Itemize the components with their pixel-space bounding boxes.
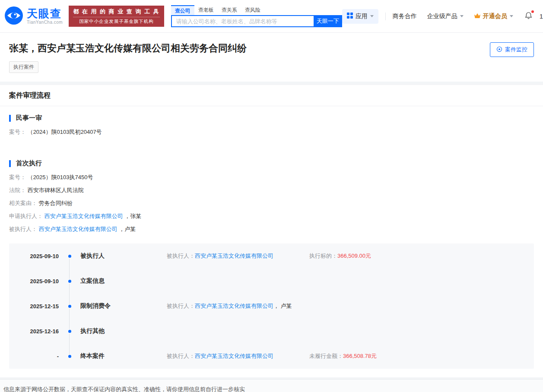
stage-accent-bar <box>9 160 11 167</box>
slogan-line-1: 都 在 用 的 商 业 查 询 工 具 <box>73 8 160 16</box>
nav-open-vip[interactable]: 开通会员 <box>474 13 513 20</box>
search-tab-relation[interactable]: 查关系 <box>218 5 241 15</box>
applicant-row: 申请执行人： 西安卢某玉浩文化传媒有限公司 ，张某 <box>9 210 534 223</box>
timeline-party: 被执行人：西安卢某玉浩文化传媒有限公司， 卢某 <box>167 302 309 310</box>
nav-enterprise-label: 企业级产品 <box>427 13 457 20</box>
case-type-tag: 执行案件 <box>9 61 38 73</box>
party-label: 被执行人： <box>167 253 195 259</box>
timeline-dot <box>68 305 71 308</box>
apps-grid-icon <box>347 13 356 20</box>
timeline-type: 执行其他 <box>80 327 167 335</box>
timeline-amount: 未履行金额：366,508.78元 <box>309 352 534 360</box>
company-link[interactable]: 西安卢某玉浩文化传媒有限公司 <box>195 353 273 359</box>
case-number-value: （2024）陕0103民初20407号 <box>28 129 102 135</box>
timeline-node <box>59 294 80 319</box>
nav-vip-label: 开通会员 <box>483 13 507 20</box>
search-tabs: 查公司 查老板 查关系 查风险 <box>171 5 342 15</box>
stage1-fields: 案号： （2024）陕0103民初20407号 <box>9 126 534 139</box>
tianyancha-logo-icon <box>4 6 23 27</box>
notification-bell[interactable] <box>524 11 533 21</box>
search-input[interactable] <box>171 15 314 27</box>
executee-row: 被执行人： 西安卢某玉浩文化传媒有限公司 ，卢某 <box>9 223 534 236</box>
cause-value: 劳务合同纠纷 <box>39 200 73 206</box>
timeline-date: 2025-09-10 <box>9 278 59 285</box>
stage-civil-first-trial: 民事一审 <box>9 114 534 122</box>
executee-suffix: ，卢某 <box>119 226 136 232</box>
timeline-type: 被执行人 <box>80 252 167 260</box>
nav-enterprise-product[interactable]: 企业级产品 <box>427 13 464 20</box>
chevron-down-icon <box>460 15 464 17</box>
timeline-date: 2025-12-15 <box>9 303 59 310</box>
case-monitor-button[interactable]: 案件监控 <box>490 42 534 57</box>
notification-dot <box>531 10 534 13</box>
timeline-node <box>59 319 80 344</box>
timeline-node <box>59 243 80 269</box>
field-label: 案号： <box>9 174 26 180</box>
brand-domain: TianYanCha.com <box>27 20 63 25</box>
case-process-card: 案件审理流程 民事一审 案号： （2024）陕0103民初20407号 首次执行… <box>0 85 543 377</box>
company-link[interactable]: 西安卢某玉浩文化传媒有限公司 <box>39 226 117 232</box>
field-label: 案号： <box>9 129 26 135</box>
timeline-party: 被执行人：西安卢某玉浩文化传媒有限公司 <box>167 252 309 260</box>
chevron-down-icon <box>370 15 374 17</box>
stage-name: 首次执行 <box>16 159 42 168</box>
nav-business-cooperation[interactable]: 商务合作 <box>393 13 417 20</box>
stage-name: 民事一审 <box>16 114 42 122</box>
cause-row: 相关案由： 劳务合同纠纷 <box>9 197 534 210</box>
party-label: 被执行人： <box>167 303 195 309</box>
phone-number: 186... <box>540 13 543 20</box>
timeline-dot <box>68 330 71 333</box>
search-button[interactable]: 天眼一下 <box>314 15 342 27</box>
logo-text: 天眼查 TianYanCha.com <box>27 8 63 25</box>
applicant-suffix: ，张某 <box>124 213 141 219</box>
stage2-fields: 案号： （2025）陕0103执7450号 法院： 西安市碑林区人民法院 相关案… <box>9 171 534 236</box>
top-nav: 应用 商务合作 企业级产品 开通会员 <box>342 9 543 24</box>
field-label: 法院： <box>9 187 26 193</box>
field-label: 相关案由： <box>9 200 37 206</box>
timeline-amount: 执行标的：366,509.00元 <box>309 252 534 260</box>
crown-icon <box>474 13 483 20</box>
amount-label: 未履行金额： <box>309 353 343 359</box>
disclaimer-footer: 信息来源于网络公开数据，天眼查不保证内容的真实性、准确性，请你使用信息前自行进一… <box>0 379 543 392</box>
brand-slogan-badge: 都 在 用 的 商 业 查 询 工 具 国家中小企业发展子基金旗下机构 <box>69 6 164 27</box>
amount-label: 执行标的： <box>309 253 337 259</box>
timeline-date: - <box>9 353 59 360</box>
search-area: 查公司 查老板 查关系 查风险 天眼一下 <box>171 5 342 27</box>
nav-divider <box>385 13 386 20</box>
party-label: 被执行人： <box>167 353 195 359</box>
search-tab-company[interactable]: 查公司 <box>171 5 194 16</box>
search-tab-boss[interactable]: 查老板 <box>194 5 218 15</box>
timeline-date: 2025-09-10 <box>9 253 59 259</box>
timeline-row: 2025-12-16 执行其他 <box>9 319 534 344</box>
disclaimer-text: 信息来源于网络公开数据，天眼查不保证内容的真实性、准确性，请你使用信息前自行进一… <box>3 386 245 392</box>
company-link[interactable]: 西安卢某玉浩文化传媒有限公司 <box>195 253 273 259</box>
timeline-dot <box>68 280 71 283</box>
bell-icon <box>524 11 533 21</box>
timeline-node <box>59 344 80 369</box>
timeline-type: 终本案件 <box>80 352 167 360</box>
timeline-party: 被执行人：西安卢某玉浩文化传媒有限公司 <box>167 352 309 360</box>
slogan-line-2: 国家中小企业发展子基金旗下机构 <box>73 17 160 25</box>
timeline-row: - 终本案件 被执行人：西安卢某玉浩文化传媒有限公司 未履行金额：366,508… <box>9 344 534 369</box>
monitor-eye-icon <box>496 46 502 54</box>
top-header: 天眼查 TianYanCha.com 都 在 用 的 商 业 查 询 工 具 国… <box>0 0 543 33</box>
account-phone[interactable]: 186... <box>540 13 543 20</box>
section-gap <box>0 82 543 85</box>
case-header-section: 张某，西安卢某玉浩文化传媒有限公司相关劳务合同纠纷 执行案件 案件监控 <box>0 33 543 82</box>
court-row: 法院： 西安市碑林区人民法院 <box>9 184 534 197</box>
page-title: 张某，西安卢某玉浩文化传媒有限公司相关劳务合同纠纷 <box>9 42 534 55</box>
field-label: 申请执行人： <box>9 213 43 219</box>
search-tab-risk[interactable]: 查风险 <box>241 5 264 15</box>
company-link[interactable]: 西安卢某玉浩文化传媒有限公司 <box>195 303 273 309</box>
case-number-row: 案号： （2024）陕0103民初20407号 <box>9 126 534 139</box>
timeline-row: 2025-09-10 被执行人 被执行人：西安卢某玉浩文化传媒有限公司 执行标的… <box>9 243 534 269</box>
timeline-dot <box>68 255 71 258</box>
tianyancha-logo[interactable]: 天眼查 TianYanCha.com <box>4 6 63 27</box>
amount-value: 366,509.00元 <box>337 253 371 259</box>
execution-timeline: 2025-09-10 被执行人 被执行人：西安卢某玉浩文化传媒有限公司 执行标的… <box>9 243 534 369</box>
timeline-dot <box>68 355 71 358</box>
brand-name: 天眼查 <box>27 8 63 19</box>
section-title: 案件审理流程 <box>0 85 543 106</box>
company-link[interactable]: 西安卢某玉浩文化传媒有限公司 <box>44 213 123 219</box>
nav-apps[interactable]: 应用 <box>342 9 378 24</box>
